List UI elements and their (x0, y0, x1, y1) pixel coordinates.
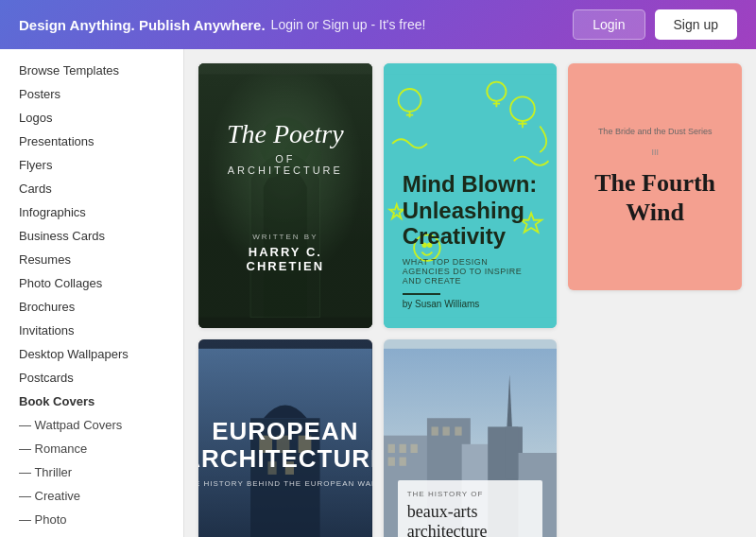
svg-rect-37 (455, 426, 461, 435)
beaux-text: THE HISTORY OF beaux-arts architecture (398, 480, 543, 537)
european-subtitle: THE HISTORY BEHIND THE EUROPEAN WALLS (198, 479, 372, 488)
sidebar-item-cards[interactable]: Cards (0, 177, 183, 200)
sidebar-item---wattpad-covers[interactable]: — Wattpad Covers (0, 413, 183, 437)
template-card-mind[interactable]: Mind Blown: Unleashing Creativity WHAT T… (384, 63, 558, 328)
sidebar-item---notebook[interactable]: — Notebook (0, 531, 183, 537)
header-login-text: Login or Sign up - It's free! (271, 17, 426, 32)
signup-button[interactable]: Sign up (655, 9, 737, 40)
svg-rect-32 (410, 444, 417, 453)
template-card-poetry[interactable]: The Poetry OF ARCHITECTURE WRITTEN BY HA… (198, 63, 372, 328)
sidebar-item-postcards[interactable]: Postcards (0, 366, 183, 390)
mind-divider (403, 293, 440, 295)
sidebar-item-desktop-wallpapers[interactable]: Desktop Wallpapers (0, 342, 183, 366)
template-card-beaux[interactable]: THE HISTORY OF beaux-arts architecture (384, 339, 558, 537)
svg-rect-35 (431, 426, 438, 435)
svg-rect-39 (505, 426, 518, 478)
fourth-divider: III (651, 147, 659, 157)
sidebar-item---creative[interactable]: — Creative (0, 484, 183, 508)
svg-rect-31 (399, 444, 405, 453)
fourth-series: The Bride and the Dust Series (598, 127, 713, 136)
sidebar-item---romance[interactable]: — Romance (0, 437, 183, 460)
european-text: EUROPEAN ARCHITECTURE THE HISTORY BEHIND… (198, 418, 372, 488)
sidebar-item-business-cards[interactable]: Business Cards (0, 224, 183, 248)
sidebar-item---thriller[interactable]: — Thriller (0, 460, 183, 484)
header: Design Anything. Publish Anywhere. Login… (0, 0, 756, 49)
sidebar-item-flyers[interactable]: Flyers (0, 153, 183, 177)
template-card-fourth[interactable]: The Bride and the Dust Series III The Fo… (568, 63, 742, 290)
svg-rect-30 (387, 444, 394, 453)
sidebar: Browse TemplatesPostersLogosPresentation… (0, 49, 184, 537)
template-grid: The Poetry OF ARCHITECTURE WRITTEN BY HA… (198, 63, 742, 537)
sidebar-item-logos[interactable]: Logos (0, 106, 183, 130)
header-buttons: Login Sign up (573, 9, 737, 40)
login-button[interactable]: Login (573, 9, 644, 40)
poetry-author: HARRY C. CHRETIEN (217, 245, 353, 273)
sidebar-item---photo[interactable]: — Photo (0, 508, 183, 531)
fourth-title: The Fourth Wind (587, 168, 723, 227)
header-left: Design Anything. Publish Anywhere. Login… (19, 17, 425, 33)
sidebar-item-invitations[interactable]: Invitations (0, 319, 183, 342)
mind-title: Mind Blown: Unleashing Creativity (403, 171, 539, 250)
main-layout: Browse TemplatesPostersLogosPresentation… (0, 49, 756, 537)
header-tagline: Design Anything. Publish Anywhere. (19, 17, 266, 33)
svg-rect-36 (442, 426, 449, 435)
beaux-title: beaux-arts architecture (407, 502, 534, 537)
mind-author: by Susan Williams (403, 299, 539, 309)
mind-text: Mind Blown: Unleashing Creativity WHAT T… (403, 171, 539, 309)
sidebar-item-posters[interactable]: Posters (0, 82, 183, 106)
sidebar-item-presentations[interactable]: Presentations (0, 130, 183, 153)
svg-rect-34 (399, 458, 405, 466)
sidebar-item-brochures[interactable]: Brochures (0, 295, 183, 319)
mind-desc: WHAT TOP DESIGN AGENCIES DO TO INSPIRE A… (403, 257, 539, 286)
sidebar-item-photo-collages[interactable]: Photo Collages (0, 271, 183, 295)
sidebar-item-book-covers[interactable]: Book Covers (0, 390, 183, 413)
european-title: EUROPEAN ARCHITECTURE (198, 418, 372, 472)
beaux-history-of: THE HISTORY OF (407, 490, 534, 498)
sidebar-item-browse-templates[interactable]: Browse Templates (0, 59, 183, 82)
poetry-title: The Poetry (217, 118, 353, 150)
poetry-written-by: WRITTEN BY (217, 233, 353, 241)
sidebar-item-infographics[interactable]: Infographics (0, 200, 183, 224)
content: The Poetry OF ARCHITECTURE WRITTEN BY HA… (184, 49, 756, 537)
svg-rect-33 (387, 458, 394, 466)
template-card-european[interactable]: EUROPEAN ARCHITECTURE THE HISTORY BEHIND… (198, 339, 372, 537)
poetry-text: The Poetry OF ARCHITECTURE WRITTEN BY HA… (198, 99, 372, 293)
poetry-subtitle: OF ARCHITECTURE (217, 153, 353, 176)
sidebar-item-resumes[interactable]: Resumes (0, 248, 183, 271)
